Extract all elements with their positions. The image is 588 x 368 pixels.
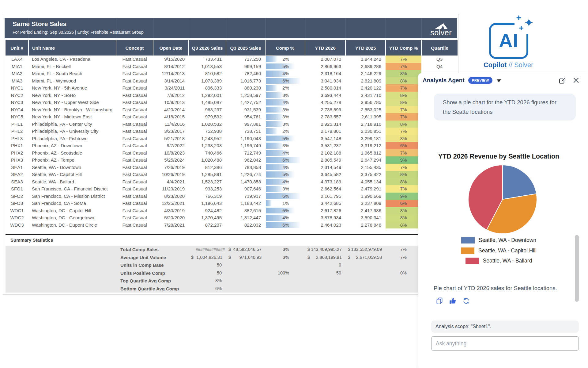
cell-ytd_comp: 6% xyxy=(386,142,421,149)
cell-ytd_2026: 2,161,795 xyxy=(305,193,345,200)
cell-ytd_2025: 2,611,395 xyxy=(345,113,386,121)
cell-concept: Fast Casual xyxy=(116,171,153,178)
cell-concept: Fast Casual xyxy=(116,128,153,135)
preview-badge[interactable]: PREVIEW xyxy=(468,77,493,84)
cell-unit: NYC2 xyxy=(6,92,28,99)
cell-ytd_2026: 2,783,557 xyxy=(305,113,345,121)
cell-q3_2025: 738,751 xyxy=(226,128,265,135)
cell-unit: SFO3 xyxy=(6,200,28,207)
cell-q3_2026: 1,073,389 xyxy=(189,77,226,85)
thumbs-up-icon[interactable] xyxy=(449,297,456,305)
cell-open: 7/28/2021 xyxy=(153,221,189,229)
cell-unit: WDC2 xyxy=(6,214,28,221)
edit-icon[interactable] xyxy=(559,77,566,84)
cell-quartile: Q4 xyxy=(421,63,458,70)
legend-label: Seattle, WA - Capitol Hill xyxy=(478,247,537,254)
cell-q3_2025: 712,749 xyxy=(226,149,265,157)
cell-comp: 4% xyxy=(265,149,305,157)
cell-ytd_comp: 8% xyxy=(386,178,421,186)
summary-label: Bottom Quartile Avg Comp xyxy=(116,285,189,293)
cell-q3_2025: 1,183,442 xyxy=(226,200,265,207)
column-header: YTD Comp % xyxy=(386,40,421,56)
cell-comp: 6% xyxy=(265,193,305,200)
cell-unit: WDC3 xyxy=(6,221,28,229)
cell-concept: Fast Casual xyxy=(116,99,153,106)
cell-q3_2025: 822,032 xyxy=(226,221,265,229)
cell-q3_2026: 766,319 xyxy=(189,193,226,200)
cell-name: San Francisco, CA - Financial District xyxy=(28,185,116,193)
cell-ytd_comp: 7% xyxy=(386,56,421,63)
table-row: NYC4New York, NY - Brooklyn - Williamsbu… xyxy=(6,106,458,113)
cell-name: San Francisco, CA - Mission District xyxy=(28,193,116,200)
analysis-scope-note: Analysis scope: "Sheet1". xyxy=(431,320,579,333)
summary-label: Units in Comp Base xyxy=(116,261,189,269)
comp-data-bar xyxy=(266,200,272,206)
cell-q3_2026: 872,207 xyxy=(189,221,226,229)
cell-unit: WDC1 xyxy=(6,207,28,214)
cell-unit: NYC5 xyxy=(6,113,28,121)
cell-ytd_2026: 2,464,023 xyxy=(305,221,345,229)
table-row: PHL2Philadelphia, PA - University CityFa… xyxy=(6,128,458,135)
comp-data-bar xyxy=(266,63,295,70)
cell-q3_2025: 882,615 xyxy=(226,207,265,214)
cell-ytd_2025: 2,278,848 xyxy=(345,221,386,229)
cell-open: 3/23/2017 xyxy=(153,128,189,135)
cell-concept: Fast Casual xyxy=(116,149,153,157)
cell-ytd_comp: 8% xyxy=(386,171,421,178)
cell-unit: SEA3 xyxy=(6,178,28,186)
report-header: Same Store Sales For Period Ending: Sep … xyxy=(5,18,457,38)
cell-concept: Fast Casual xyxy=(116,135,153,142)
cell-ytd_comp: 6% xyxy=(386,200,421,207)
cell-ytd_comp: 7% xyxy=(386,185,421,193)
refresh-icon[interactable] xyxy=(462,297,470,305)
cell-unit: MIA1 xyxy=(6,63,28,70)
table-row: SEA2Seattle, WA - Capitol HillFast Casua… xyxy=(6,171,458,178)
cell-q3_2026: 1,196,643 xyxy=(189,200,226,207)
column-header: Comp % xyxy=(265,40,305,56)
cell-ytd_comp: 8% xyxy=(386,77,421,85)
table-row: WDC2Washington, DC - GeorgetownFast Casu… xyxy=(6,214,458,221)
cell-name: New York, NY - SoHo xyxy=(28,92,116,99)
cell-q3_2026: 924,482 xyxy=(189,207,226,214)
cell-ytd_2025: 3,319,212 xyxy=(345,142,386,149)
cell-ytd_comp: 7% xyxy=(386,128,421,135)
cell-ytd_2026: 2,866,963 xyxy=(305,63,345,70)
pie-chart xyxy=(467,164,538,235)
copy-icon[interactable] xyxy=(436,297,443,305)
comp-data-bar xyxy=(266,121,283,127)
chevron-down-icon[interactable] xyxy=(497,79,501,82)
cell-open: 12/25/2021 xyxy=(153,200,189,207)
column-header: Q3 2025 Sales xyxy=(226,40,265,56)
cell-comp: 4% xyxy=(265,214,305,221)
cell-name: Seattle, WA - Ballard xyxy=(28,178,116,186)
close-icon[interactable] xyxy=(573,77,579,84)
cell-name: New York, NY - Midtown East xyxy=(28,113,116,121)
cell-ytd_comp: 9% xyxy=(386,156,421,164)
cell-ytd_2026: 2,662,564 xyxy=(305,185,345,193)
comp-data-bar xyxy=(266,85,277,91)
cell-q3_2026: 1,292,001 xyxy=(189,92,226,99)
sparkles-icon xyxy=(514,15,537,34)
scrollbar-thumb[interactable] xyxy=(575,235,579,302)
cell-ytd_2026: 2,617,826 xyxy=(305,207,345,214)
cell-ytd_2025: 2,718,910 xyxy=(345,121,386,128)
cell-open: 4/18/2015 xyxy=(153,113,189,121)
cell-open: 11/23/2019 xyxy=(153,185,189,193)
ask-input[interactable] xyxy=(431,336,579,351)
cell-q3_2026: 1,523,227 xyxy=(189,178,226,186)
cell-unit: NYC3 xyxy=(6,99,28,106)
cell-comp: 3% xyxy=(265,142,305,149)
cell-comp: 5% xyxy=(265,171,305,178)
cell-q3_2026: 1,028,532 xyxy=(189,121,226,128)
cell-ytd_comp: 8% xyxy=(386,121,421,128)
cell-unit: PHL1 xyxy=(6,121,28,128)
cell-name: Washington, DC - Capitol Hill xyxy=(28,207,116,214)
cell-name: Philadelphia, PA - University City xyxy=(28,128,116,135)
table-row: SEA3Seattle, WA - BallardFast Casual4/4/… xyxy=(6,178,458,186)
cell-ytd_comp: 7% xyxy=(386,106,421,113)
column-header: Concept xyxy=(116,40,153,56)
column-header: YTD 2025 xyxy=(345,40,386,56)
cell-q3_2026: 1,233,203 xyxy=(189,142,226,149)
cell-q3_2025: 931,539 xyxy=(226,106,265,113)
cell-comp: 2% xyxy=(265,84,305,92)
